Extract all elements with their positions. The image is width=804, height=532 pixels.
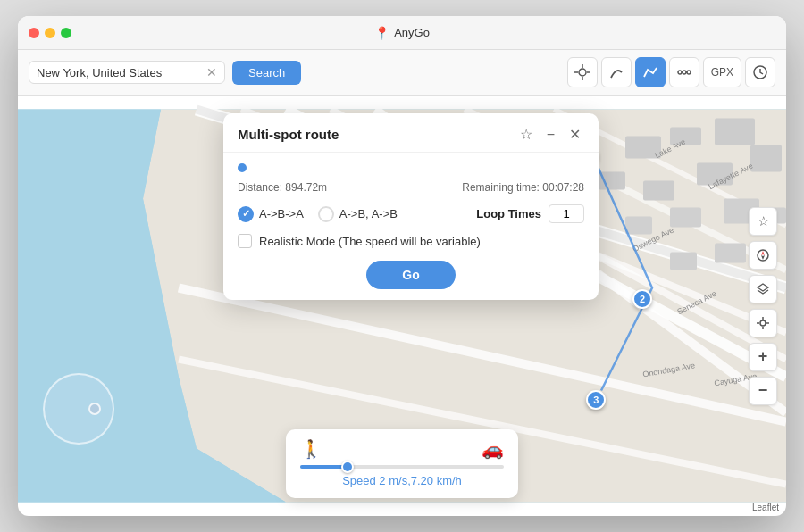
speed-panel: 🚶 🚗 Speed 2 m/s,7.20 km/h (286, 429, 518, 498)
modal-title: Multi-spot route (238, 127, 516, 142)
search-box: ✕ (29, 61, 225, 84)
app-title: AnyGo (394, 26, 430, 39)
svg-rect-26 (715, 119, 755, 145)
svg-point-7 (687, 71, 691, 74)
speed-icons: 🚶 🚗 (300, 438, 504, 460)
zoom-out-button[interactable]: − (749, 377, 777, 405)
svg-point-5 (678, 71, 682, 74)
svg-marker-46 (758, 284, 768, 291)
route-point-3: 3 (586, 390, 606, 410)
crosshair-button[interactable] (567, 57, 598, 87)
search-input[interactable] (37, 66, 201, 79)
realistic-mode-label: Realistic Mode (The speed will be variab… (259, 235, 481, 248)
map-right-buttons: ☆ (749, 207, 777, 405)
traffic-lights (29, 28, 71, 38)
route-info: Distance: 894.72m Remaining time: 00:07:… (238, 181, 584, 194)
modal-header: Multi-spot route ☆ − ✕ (223, 113, 599, 153)
speed-slider-fill (300, 465, 345, 469)
realistic-mode-row: Realistic Mode (The speed will be variab… (238, 234, 584, 248)
history-button[interactable] (745, 57, 775, 87)
map-area[interactable]: Lake Ave Lafayette Ave Oswego Ave Seneca… (18, 96, 786, 516)
route-button[interactable] (601, 57, 632, 87)
search-button[interactable]: Search (232, 61, 301, 85)
minimize-button[interactable] (45, 28, 55, 38)
modal-body: Distance: 894.72m Remaining time: 00:07:… (223, 153, 599, 300)
speed-slider-thumb[interactable] (341, 461, 354, 473)
titlebar: 📍 AnyGo (18, 16, 786, 50)
route-options: A->B->A A->B, A->B Loop Times (238, 204, 584, 223)
realistic-mode-checkbox[interactable] (238, 234, 252, 248)
loop-times-input[interactable] (549, 204, 584, 223)
car-icon: 🚗 (482, 438, 504, 460)
location-indicator (238, 163, 247, 172)
svg-rect-30 (750, 145, 782, 172)
modal-dialog: Multi-spot route ☆ − ✕ Distance: 894.72m… (223, 113, 599, 300)
app-logo-icon: 📍 (374, 26, 389, 40)
option-a-radio[interactable] (238, 206, 254, 222)
close-button[interactable] (29, 28, 39, 38)
toolbar-icons: GPX (567, 57, 775, 87)
waypoints-button[interactable] (669, 57, 699, 87)
joystick[interactable] (43, 373, 114, 445)
leaflet-credit: Leaflet (752, 503, 779, 512)
bookmark-button[interactable]: ☆ (749, 207, 777, 236)
svg-point-6 (683, 71, 686, 74)
minimize-modal-button[interactable]: − (543, 125, 558, 145)
speed-slider-track[interactable] (300, 465, 504, 469)
close-modal-button[interactable]: ✕ (565, 124, 584, 145)
loop-times-container: Loop Times (476, 204, 584, 223)
app-window: 📍 AnyGo ✕ Search (18, 16, 786, 516)
app-title-container: 📍 AnyGo (374, 26, 430, 40)
option-b-label[interactable]: A->B, A->B (318, 206, 398, 222)
multispot-button[interactable] (635, 57, 666, 87)
go-button[interactable]: Go (366, 261, 456, 289)
svg-rect-28 (643, 181, 674, 201)
gpx-button[interactable]: GPX (703, 57, 741, 87)
route-point-2: 2 (632, 289, 652, 309)
svg-rect-31 (625, 217, 652, 235)
svg-point-0 (579, 69, 586, 76)
compass-button[interactable] (749, 241, 777, 270)
svg-rect-32 (670, 208, 701, 228)
svg-point-47 (760, 320, 766, 326)
speed-label: Speed 2 m/s,7.20 km/h (300, 474, 504, 487)
joystick-dot (88, 403, 101, 415)
bookmark-modal-button[interactable]: ☆ (516, 124, 536, 145)
remaining-label: Remaining time: 00:07:28 (462, 181, 584, 194)
speed-value: 2 m/s,7.20 km/h (379, 474, 461, 487)
walk-icon: 🚶 (300, 438, 322, 460)
zoom-in-button[interactable]: + (749, 343, 777, 371)
maximize-button[interactable] (61, 28, 71, 38)
location-button[interactable] (749, 309, 777, 337)
svg-marker-44 (761, 251, 765, 255)
svg-rect-27 (599, 172, 625, 190)
layers-button[interactable] (749, 275, 777, 303)
svg-rect-35 (670, 253, 697, 270)
distance-label: Distance: 894.72m (238, 181, 327, 194)
option-a-label[interactable]: A->B->A (238, 206, 304, 222)
svg-rect-36 (715, 244, 746, 263)
option-b-radio[interactable] (318, 206, 334, 222)
clear-button[interactable]: ✕ (206, 65, 217, 79)
modal-actions: ☆ − ✕ (516, 124, 584, 145)
svg-marker-45 (761, 255, 765, 260)
toolbar: ✕ Search (18, 50, 786, 96)
